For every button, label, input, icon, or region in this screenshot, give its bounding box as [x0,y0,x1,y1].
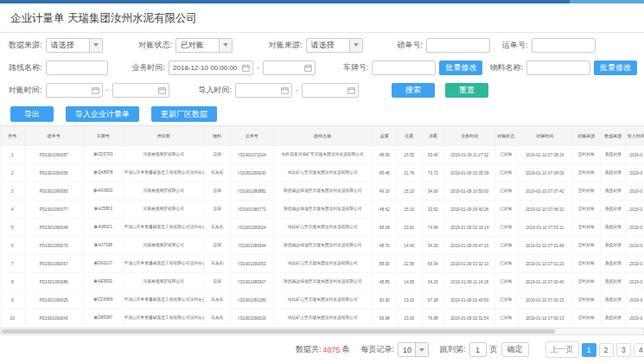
table-cell: 已对账 [494,290,517,309]
table-cell: 48.62 [372,200,397,218]
chevron-down-icon [349,39,362,52]
column-header: 供应商 [123,126,204,145]
table-cell: 豫HJ5863 [83,200,123,218]
prev-page-button[interactable]: 上一页 [545,341,579,358]
reconcile-source-label: 对账来源: [269,40,303,51]
table-cell: 2019-0 [626,145,644,163]
date-range-separator: - [106,86,109,94]
material-name-input[interactable] [526,60,590,75]
table-row[interactable]: 5PD1901090048豫AV8021平顶山市常青爆破营造工程有限公司汝州分公… [0,218,644,236]
orders-table: 序号磅单号车牌号供应商物料运单号路线名称皮重毛重净重业务时间对账状态对账时间对账… [0,126,644,326]
plate-no-input[interactable] [372,60,436,75]
reconcile-source-select[interactable]: 请选择 [306,38,363,53]
business-time-start-value[interactable] [173,64,239,72]
table-cell: 2019-01-10 07:00:15 [517,290,572,309]
table-row[interactable]: 7PD1901090067豫D62127平顶山市常青爆破营造工程有限公司汝州分公… [0,254,644,272]
table-row[interactable]: 4PD1901090077豫HJ5863河南裕通商贸有限公司原煤YD190108… [0,200,644,218]
table-cell: 系统对接 [600,309,626,326]
calendar-icon [281,86,289,94]
reconcile-source-value: 请选择 [311,40,335,51]
table-cell: 石灰石 [204,290,230,309]
table-cell: 74.46 [421,218,444,236]
plate-batch-edit-button[interactable]: 批量修改 [439,60,482,75]
table-cell: YD1901080907 [230,272,273,290]
column-header: 毛重 [397,126,421,145]
update-plant-data-button[interactable]: 更新厂区数据 [151,106,217,122]
table-cell: 23.02 [397,290,421,309]
table-row[interactable]: 2PD1901090056豫QA8978平顶山市常青爆破营造工程有限公司汝州分公… [0,163,644,182]
per-page-select[interactable]: 10 [398,342,429,357]
search-button[interactable]: 搜索 [392,83,435,98]
table-row[interactable]: 1PD1901090087豫CD3703河南裕通商贸有限公司原煤YD190107… [0,145,644,163]
table-cell: PD1901090067 [24,254,83,272]
data-source-select[interactable]: 请选择 [46,38,103,53]
table-cell: 21.76 [397,163,421,182]
table-cell: YD1901090024 [230,218,273,236]
per-page-label: 每页记录: [361,344,395,355]
table-cell: 15.10 [397,182,421,200]
import-orders-button[interactable]: 导入企业计量单 [66,106,139,122]
weigh-no-input[interactable] [426,38,490,53]
table-cell: 原煤 [204,145,230,163]
table-cell: 2019-01-10 07:06:31 [517,200,572,218]
table-cell: 系统对接 [600,182,626,200]
table-cell: 3 [0,182,24,200]
table-cell: 石灰石 [204,254,230,272]
jump-page-input[interactable] [469,342,487,357]
scrollbar-thumb[interactable] [2,329,555,334]
table-cell: 90.30 [372,290,397,309]
horizontal-scrollbar[interactable] [0,328,644,335]
table-cell: 14.65 [397,272,421,290]
date-range-separator: - [296,86,298,94]
table-row[interactable]: 9PD1901090025豫CC6669平顶山市常青爆破营造工程有限公司汝州分公… [0,290,644,309]
table-cell: 2 [0,163,24,182]
waybill-no-input[interactable] [532,38,596,53]
route-name-input[interactable] [46,60,108,75]
import-time-start-input[interactable] [235,83,292,98]
table-cell: 2019-0 [626,309,644,326]
import-time-start-value[interactable] [239,86,278,94]
table-row[interactable]: 8PD1901090086豫HE9931河南裕通商贸有限公司原煤YD190108… [0,272,644,290]
column-header: 车牌号 [83,126,123,145]
table-cell: 纸坊矿山至天瑞集团汝州水泥有限公司 [273,254,372,272]
table-cell: 纸坊矿山至天瑞集团汝州水泥有限公司 [273,290,372,309]
page-button-3[interactable]: 3 [616,343,631,357]
page-button-2[interactable]: 2 [599,343,614,357]
reconcile-time-start-input[interactable] [46,83,103,98]
table-cell: 2019-01-10 07:00:13 [517,309,572,326]
export-button[interactable]: 导出 [10,106,54,122]
table-cell: 平顶山市常青爆破营造工程有限公司汝州分公司 [123,290,204,309]
material-batch-edit-button[interactable]: 批量修改 [594,60,637,75]
table-row[interactable]: 10PD1901090043豫D85387平顶山市常青爆破营造工程有限公司汝州分… [0,309,644,326]
table-cell: 22.56 [397,254,421,272]
table-cell: 原煤 [204,236,230,254]
table-row[interactable]: 6PD1901090079豫HJ7338河南裕通商贸有限公司原煤YD190108… [0,236,644,254]
import-time-end-input[interactable] [302,83,359,98]
table-cell: 定时对账 [572,163,600,182]
page-button-1[interactable]: 1 [582,343,596,357]
reconcile-status-select[interactable]: 已对账 [175,38,233,53]
import-time-end-value[interactable] [306,86,345,94]
reconcile-time-end-value[interactable] [117,86,156,94]
business-time-label: 业务时间: [132,62,166,73]
business-time-end-input[interactable] [263,60,316,75]
table-cell: 河南裕通商贸有限公司 [123,182,204,200]
table-cell: 76.98 [421,309,444,326]
table-cell: 定时对账 [572,254,600,272]
business-time-start-input[interactable] [169,60,253,75]
table-cell: 2019-01-09 03:32:10 [444,254,494,272]
chevron-down-icon [219,39,232,52]
table-cell: 纸坊矿山至天瑞集团汝州水泥有限公司 [273,309,372,326]
business-time-end-value[interactable] [267,64,302,72]
jump-confirm-button[interactable]: 确定 [501,342,529,357]
reconcile-time-end-input[interactable] [112,83,169,98]
table-cell: 豫D85387 [83,309,123,326]
reconcile-time-start-value[interactable] [50,86,89,94]
page-button-4[interactable]: 4 [634,343,644,357]
data-source-label: 数据来源: [9,40,42,51]
table-cell: 原煤 [204,272,230,290]
top-progress-bar [0,0,644,3]
table-row[interactable]: 3PD1901090083豫HG9920河南裕通商贸有限公司原煤YD190108… [0,182,644,200]
reset-button[interactable]: 重置 [445,83,488,98]
table-cell: 定时对账 [572,236,600,254]
